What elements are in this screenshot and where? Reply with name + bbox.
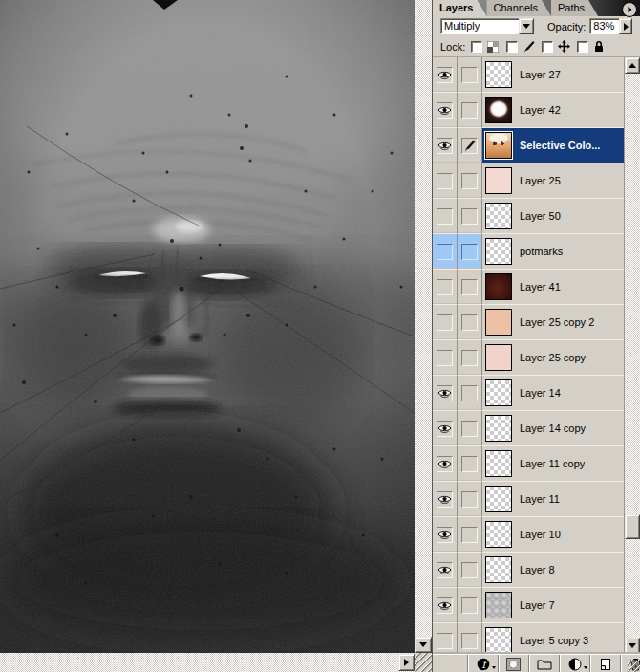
layer-thumbnail[interactable] xyxy=(485,486,512,512)
layer-thumbnail[interactable] xyxy=(485,379,512,406)
link-toggle[interactable] xyxy=(458,588,482,623)
layer-name[interactable]: Layer 14 copy xyxy=(520,423,586,434)
layer-name[interactable]: Layer 5 copy 3 xyxy=(520,635,588,646)
visibility-well[interactable] xyxy=(437,173,453,189)
visibility-well[interactable] xyxy=(437,314,453,331)
layer-row[interactable]: Layer 7 xyxy=(433,588,624,623)
visibility-well[interactable] xyxy=(437,527,453,543)
layer-row[interactable]: Layer 11 xyxy=(433,482,624,517)
new-adjustment-layer-button[interactable] xyxy=(559,655,589,672)
layer-row[interactable]: Layer 42 xyxy=(433,93,624,128)
visibility-toggle[interactable] xyxy=(433,234,458,270)
layer-row[interactable]: Layer 41 xyxy=(433,270,624,305)
layer-content[interactable]: Layer 10 xyxy=(482,517,624,553)
layer-thumbnail[interactable] xyxy=(485,238,512,265)
blend-mode-dropdown[interactable]: Multiply xyxy=(440,18,534,34)
visibility-toggle[interactable] xyxy=(433,163,458,199)
palette-scrollbar[interactable] xyxy=(624,57,640,654)
visibility-toggle[interactable] xyxy=(433,588,458,623)
layer-thumbnail[interactable] xyxy=(485,521,512,548)
link-toggle[interactable] xyxy=(458,163,482,199)
layer-thumbnail[interactable] xyxy=(485,450,512,477)
link-toggle[interactable] xyxy=(458,482,482,517)
visibility-toggle[interactable] xyxy=(433,305,458,340)
link-well[interactable] xyxy=(461,633,478,649)
visibility-toggle[interactable] xyxy=(433,446,458,482)
visibility-toggle[interactable] xyxy=(433,411,458,446)
link-well[interactable] xyxy=(461,527,478,543)
link-toggle[interactable] xyxy=(458,411,482,446)
document-horizontal-scrollbar[interactable] xyxy=(0,653,415,672)
layer-thumbnail[interactable] xyxy=(485,627,512,654)
link-toggle[interactable] xyxy=(458,93,482,128)
layer-thumbnail[interactable] xyxy=(485,61,512,88)
layer-row[interactable]: Layer 5 copy 3 xyxy=(433,623,624,654)
visibility-toggle[interactable] xyxy=(433,482,458,517)
layer-row[interactable]: Selective Colo... xyxy=(433,128,624,163)
layer-row[interactable]: potmarks xyxy=(433,234,624,270)
new-layer-set-button[interactable] xyxy=(528,655,559,672)
palette-resize-grip[interactable] xyxy=(628,660,640,672)
link-toggle[interactable] xyxy=(458,446,482,482)
lock-all-checkbox[interactable] xyxy=(577,41,588,53)
layer-content[interactable]: Layer 27 xyxy=(482,57,624,93)
layer-name[interactable]: potmarks xyxy=(520,246,563,257)
link-well[interactable] xyxy=(461,208,478,225)
link-well[interactable] xyxy=(461,314,478,331)
visibility-well[interactable] xyxy=(437,421,453,437)
layer-name[interactable]: Layer 14 xyxy=(520,387,561,399)
layer-row[interactable]: Layer 14 copy xyxy=(433,411,624,446)
tab-channels[interactable]: Channels xyxy=(486,0,550,16)
layer-content[interactable]: Layer 25 copy 2 xyxy=(482,305,624,340)
link-well[interactable] xyxy=(461,456,478,472)
link-toggle[interactable] xyxy=(458,199,482,234)
layer-name[interactable]: Layer 11 copy xyxy=(520,458,585,469)
link-toggle[interactable] xyxy=(458,517,482,553)
layer-row[interactable]: Layer 10 xyxy=(433,517,624,553)
link-toggle[interactable] xyxy=(458,234,482,270)
layer-content[interactable]: Layer 25 copy xyxy=(482,340,624,376)
layer-name[interactable]: Layer 25 xyxy=(520,175,561,186)
layer-row[interactable]: Layer 25 copy 2 xyxy=(433,305,624,340)
layer-content[interactable]: Layer 42 xyxy=(482,93,624,128)
layer-row[interactable]: Layer 11 copy xyxy=(433,446,624,482)
link-well[interactable] xyxy=(461,385,478,401)
palette-menu-button[interactable] xyxy=(622,2,637,17)
layer-style-button[interactable]: f xyxy=(467,655,498,672)
layer-content[interactable]: Layer 5 copy 3 xyxy=(482,623,624,654)
lock-transparency-checkbox[interactable] xyxy=(471,41,482,53)
link-toggle[interactable] xyxy=(458,57,482,93)
visibility-toggle[interactable] xyxy=(433,57,458,93)
layer-name[interactable]: Layer 8 xyxy=(520,564,555,575)
opacity-input[interactable]: 83% xyxy=(589,18,620,34)
visibility-well[interactable] xyxy=(437,67,453,83)
scroll-down-button[interactable] xyxy=(625,638,640,654)
layer-thumbnail[interactable] xyxy=(485,415,512,442)
link-well[interactable] xyxy=(461,491,478,508)
visibility-toggle[interactable] xyxy=(433,623,458,654)
layer-content[interactable]: Layer 25 xyxy=(482,163,624,199)
visibility-well[interactable] xyxy=(437,138,453,154)
visibility-toggle[interactable] xyxy=(433,128,458,163)
visibility-toggle[interactable] xyxy=(433,199,458,234)
layer-name[interactable]: Layer 27 xyxy=(520,69,561,80)
visibility-toggle[interactable] xyxy=(433,93,458,128)
link-well[interactable] xyxy=(461,173,478,189)
lock-position-checkbox[interactable] xyxy=(542,41,553,53)
layer-thumbnail[interactable] xyxy=(485,309,512,336)
layer-name[interactable]: Layer 11 xyxy=(520,493,560,505)
visibility-well[interactable] xyxy=(437,456,453,472)
layer-thumbnail[interactable] xyxy=(485,556,512,583)
tab-paths[interactable]: Paths xyxy=(551,0,598,16)
layer-thumbnail[interactable] xyxy=(485,344,512,371)
link-well[interactable] xyxy=(461,421,478,437)
layer-name[interactable]: Layer 25 copy xyxy=(520,352,586,363)
visibility-well[interactable] xyxy=(437,102,453,119)
layer-name[interactable]: Layer 7 xyxy=(520,599,555,611)
visibility-well[interactable] xyxy=(437,208,453,225)
visibility-well[interactable] xyxy=(437,350,453,366)
opacity-slider-button[interactable] xyxy=(619,18,632,34)
visibility-toggle[interactable] xyxy=(433,517,458,553)
link-toggle[interactable] xyxy=(458,305,482,340)
layer-content[interactable]: Layer 14 xyxy=(482,376,624,411)
